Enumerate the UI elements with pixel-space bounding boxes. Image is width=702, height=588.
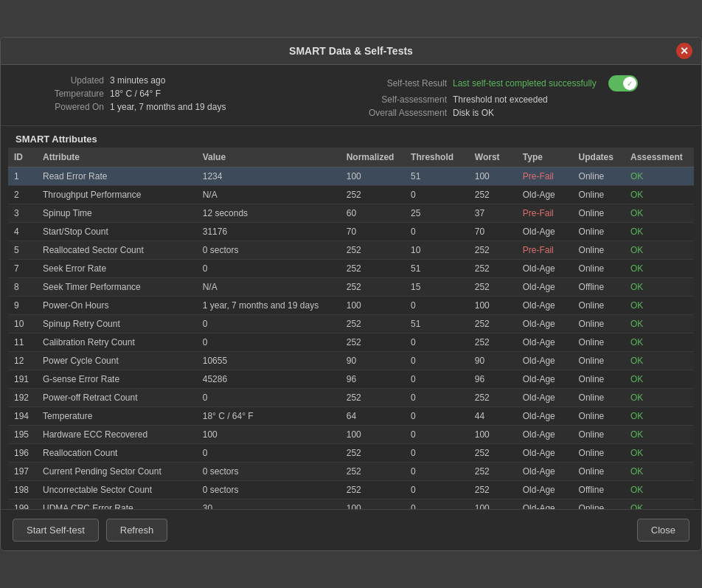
table-row[interactable]: 197 Current Pending Sector Count 0 secto… [8,463,694,481]
cell-id: 192 [8,389,37,407]
table-row[interactable]: 196 Reallocation Count 0 252 0 252 Old-A… [8,444,694,463]
table-row[interactable]: 11 Calibration Retry Count 0 252 0 252 O… [8,333,694,352]
cell-attribute: Hardware ECC Recovered [37,426,197,444]
cell-assessment: OK [625,278,694,297]
temperature-label: Temperature [15,89,104,99]
cell-assessment: OK [625,260,694,278]
cell-updates: Online [573,389,625,407]
cell-id: 198 [8,481,37,499]
table-row[interactable]: 10 Spinup Retry Count 0 252 51 252 Old-A… [8,315,694,333]
cell-value: 30 [197,499,341,510]
cell-assessment: OK [625,333,694,352]
self-test-toggle[interactable] [608,75,638,91]
cell-attribute: UDMA CRC Error Rate [37,499,197,510]
temperature-row: Temperature 18° C / 64° F [15,87,344,100]
overall-assessment-label: Overall Assessment [358,108,447,118]
cell-attribute: Spinup Time [37,204,197,223]
cell-threshold: 10 [405,241,469,260]
powered-on-label: Powered On [15,102,104,112]
cell-type: Old-Age [517,297,573,315]
cell-worst: 252 [469,241,517,260]
cell-normalized: 90 [341,352,405,370]
cell-type: Pre-Fail [517,241,573,260]
cell-worst: 100 [469,499,517,510]
table-row[interactable]: 9 Power-On Hours 1 year, 7 months and 19… [8,297,694,315]
cell-attribute: Seek Error Rate [37,260,197,278]
cell-normalized: 252 [341,315,405,333]
table-row[interactable]: 12 Power Cycle Count 10655 90 0 90 Old-A… [8,352,694,370]
cell-threshold: 0 [405,333,469,352]
cell-type: Old-Age [517,407,573,426]
cell-threshold: 0 [405,389,469,407]
cell-id: 191 [8,370,37,389]
powered-on-value: 1 year, 7 months and 19 days [110,102,226,112]
cell-updates: Online [573,426,625,444]
cell-threshold: 51 [405,315,469,333]
cell-type: Old-Age [517,260,573,278]
cell-threshold: 0 [405,352,469,370]
cell-assessment: OK [625,297,694,315]
dialog-footer: Start Self-test Refresh Close [1,509,701,550]
table-row[interactable]: 4 Start/Stop Count 31176 70 0 70 Old-Age… [8,223,694,241]
cell-updates: Offline [573,481,625,499]
self-assessment-value: Threshold not exceeded [453,94,548,105]
cell-threshold: 0 [405,186,469,204]
cell-threshold: 25 [405,204,469,223]
table-row[interactable]: 2 Throughput Performance N/A 252 0 252 O… [8,186,694,204]
cell-worst: 252 [469,444,517,463]
cell-worst: 252 [469,389,517,407]
cell-updates: Online [573,260,625,278]
cell-attribute: Read Error Rate [37,167,197,186]
cell-threshold: 0 [405,499,469,510]
cell-attribute: Reallocation Count [37,444,197,463]
cell-worst: 252 [469,315,517,333]
refresh-button[interactable]: Refresh [106,519,168,542]
cell-threshold: 51 [405,260,469,278]
table-row[interactable]: 194 Temperature 18° C / 64° F 64 0 44 Ol… [8,407,694,426]
cell-normalized: 252 [341,481,405,499]
cell-attribute: Reallocated Sector Count [37,241,197,260]
cell-threshold: 0 [405,463,469,481]
cell-worst: 100 [469,297,517,315]
table-row[interactable]: 8 Seek Timer Performance N/A 252 15 252 … [8,278,694,297]
cell-updates: Online [573,407,625,426]
col-header-assessment: Assessment [625,148,694,167]
table-row[interactable]: 195 Hardware ECC Recovered 100 100 0 100… [8,426,694,444]
table-row[interactable]: 192 Power-off Retract Count 0 252 0 252 … [8,389,694,407]
cell-assessment: OK [625,444,694,463]
overall-assessment-row: Overall Assessment Disk is OK [358,106,687,120]
cell-value: 100 [197,426,341,444]
close-button[interactable]: Close [637,519,689,542]
cell-worst: 100 [469,167,517,186]
cell-threshold: 51 [405,167,469,186]
window-close-button[interactable]: ✕ [676,43,692,59]
cell-updates: Online [573,370,625,389]
table-row[interactable]: 191 G-sense Error Rate 45286 96 0 96 Old… [8,370,694,389]
cell-worst: 90 [469,352,517,370]
table-row[interactable]: 3 Spinup Time 12 seconds 60 25 37 Pre-Fa… [8,204,694,223]
cell-updates: Offline [573,278,625,297]
cell-type: Old-Age [517,444,573,463]
self-test-result-value: Last self-test completed successfully [453,78,597,89]
cell-id: 2 [8,186,37,204]
cell-type: Old-Age [517,315,573,333]
cell-threshold: 0 [405,426,469,444]
table-row[interactable]: 5 Reallocated Sector Count 0 sectors 252… [8,241,694,260]
cell-type: Pre-Fail [517,204,573,223]
table-row[interactable]: 199 UDMA CRC Error Rate 30 100 0 100 Old… [8,499,694,510]
table-row[interactable]: 1 Read Error Rate 1234 100 51 100 Pre-Fa… [8,167,694,186]
cell-value: 1234 [197,167,341,186]
table-row[interactable]: 198 Uncorrectable Sector Count 0 sectors… [8,481,694,499]
overall-assessment-value: Disk is OK [453,108,494,118]
start-self-test-button[interactable]: Start Self-test [13,519,99,542]
cell-type: Old-Age [517,426,573,444]
cell-assessment: OK [625,407,694,426]
cell-normalized: 64 [341,407,405,426]
cell-value: N/A [197,186,341,204]
cell-normalized: 252 [341,463,405,481]
cell-updates: Online [573,444,625,463]
table-header-row: ID Attribute Value Normalized Threshold … [8,148,694,167]
table-row[interactable]: 7 Seek Error Rate 0 252 51 252 Old-Age O… [8,260,694,278]
smart-dialog: SMART Data & Self-Tests ✕ Updated 3 minu… [0,37,702,551]
cell-id: 199 [8,499,37,510]
